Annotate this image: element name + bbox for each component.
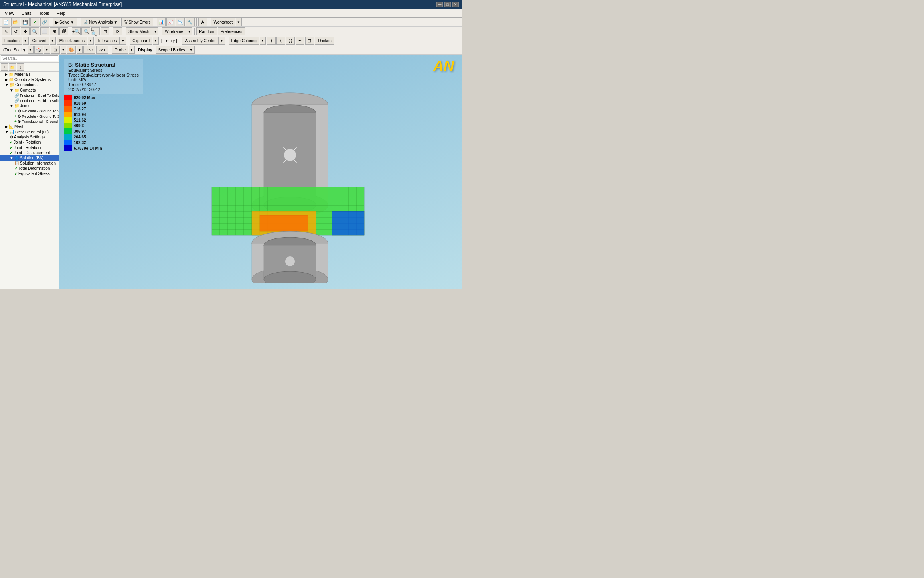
scoped-bodies-arrow[interactable]: ▼ [188,46,195,54]
tree-solution[interactable]: ▼ 🔵 Solution (B6) [0,155,59,161]
color-btn[interactable]: 🎨 [67,46,76,54]
save-btn[interactable]: 💾 [21,18,30,26]
assembly-center-dropdown[interactable]: Assembly Center [182,37,218,45]
solve-dropdown-arrow[interactable]: ▼ [70,20,74,24]
tree-revolute-2[interactable]: + ⚙ Revolute - Ground To Solid [0,114,59,119]
probe-arrow[interactable]: ▼ [129,46,135,54]
tree-joints[interactable]: ▼ 📁 Joints [0,103,59,108]
new-analysis-button[interactable]: 🔬 New Analysis ▼ [81,18,120,26]
add-btn[interactable]: + [1,63,8,71]
zoom-in-btn[interactable]: +🔍 [72,27,81,35]
check-btn[interactable]: ✔ [30,18,39,26]
zoom-btn[interactable]: 🔍 [30,27,39,35]
solve-button[interactable]: ▶ Solve ▼ [53,18,77,26]
icon4[interactable]: 🔧 [186,18,195,26]
280-btn[interactable]: 280 [83,46,95,54]
tree-materials[interactable]: ▶ 📁 Materials [0,72,59,77]
new-btn[interactable]: 📄 [2,18,10,26]
refresh-btn[interactable]: ⟳ [113,27,122,35]
location-dropdown[interactable]: Location [2,37,22,45]
edge-coloring-dropdown[interactable]: Edge Coloring [229,37,259,45]
tree-joint-rotation-2[interactable]: ✔ Joint - Rotation [0,145,59,150]
tree-frictional-1[interactable]: 🔗 Frictional - Solid To Solid [0,93,59,98]
3d-arrow[interactable]: ▼ [44,46,50,54]
misc-dropdown[interactable]: Miscellaneous [57,37,87,45]
convert-dropdown[interactable]: Convert [30,37,49,45]
scale-arrow[interactable]: ▼ [28,46,34,54]
tree-total-deformation[interactable]: ✔ Total Deformation [0,166,59,171]
menu-tools[interactable]: Tools [36,10,53,16]
tree-connections[interactable]: ▼ 📁 Connections [0,82,59,88]
maximize-button[interactable]: □ [444,2,451,7]
misc-arrow[interactable]: ▼ [88,37,94,45]
tree-frictional-2[interactable]: 🔗 Frictional - Solid To Solid [0,98,59,103]
rotate-btn[interactable]: ↺ [11,27,20,35]
icon3[interactable]: 📉 [176,18,185,26]
clipboard-dropdown[interactable]: Clipboard [130,37,152,45]
preferences-button[interactable]: Preferences [218,27,245,35]
tree-joint-displacement[interactable]: ✔ Joint - Displacement [0,150,59,155]
box-zoom-btn[interactable]: ⬜ [40,27,49,35]
show-mesh-dropdown[interactable]: Show Mesh [126,27,152,35]
menu-view[interactable]: View [2,10,18,16]
scoped-bodies-dropdown[interactable]: Scoped Bodies [156,46,188,54]
pan-btn[interactable]: ✥ [21,27,30,35]
convert-arrow[interactable]: ▼ [50,37,56,45]
edge-coloring-arrow[interactable]: ▼ [260,37,266,45]
tolerances-arrow[interactable]: ▼ [120,37,126,45]
tree-analysis-settings[interactable]: ⚙ Analysis Settings [0,134,59,140]
grid-btn[interactable]: ⊞ [51,46,60,54]
close-button[interactable]: ✕ [452,2,459,7]
thicken-related-1[interactable]: ⟩ [267,37,276,45]
minimize-button[interactable]: — [436,2,443,7]
menu-units[interactable]: Units [18,10,35,16]
link-btn[interactable]: 🔗 [40,18,49,26]
search-input[interactable] [1,55,58,61]
zoom-out-btn[interactable]: -🔍 [81,27,90,35]
thicken-related-5[interactable]: ⊟ [305,37,314,45]
tree-mesh[interactable]: ▶ 📐 Mesh [0,124,59,129]
thicken-related-4[interactable]: ✦ [296,37,304,45]
thicken-related-3[interactable]: ⟩⟨ [286,37,295,45]
tolerances-dropdown[interactable]: Tolerances [95,37,120,45]
tree-static-structural[interactable]: ▼ 📊 Static Structural (B5) [0,129,59,134]
thicken-related-2[interactable]: ⟨ [276,37,285,45]
menu-help[interactable]: Help [53,10,69,16]
281-btn[interactable]: 281 [96,46,108,54]
zoom-fit-btn[interactable]: ⊡ [101,27,109,35]
icon1[interactable]: 📊 [157,18,166,26]
random-button[interactable]: Random [196,27,217,35]
probe-dropdown[interactable]: Probe [112,46,128,54]
tree-joint-rotation-1[interactable]: ✔ Joint - Rotation [0,140,59,145]
cursor-btn[interactable]: ↖ [2,27,10,35]
worksheet-arrow[interactable]: ▼ [236,18,242,26]
thicken-button[interactable]: Thicken [315,37,334,45]
clipboard-arrow[interactable]: ▼ [153,37,159,45]
open-btn[interactable]: 📂 [11,18,20,26]
tree-translational[interactable]: + ⚙ Translational - Ground To Solid [0,119,59,124]
viewport[interactable]: B: Static Structural Equivalent Stress T… [59,55,462,289]
wireframe-arrow[interactable]: ▼ [186,27,192,35]
tree-contacts[interactable]: ▼ 📁 Contacts [0,88,59,93]
new-analysis-arrow[interactable]: ▼ [113,20,118,24]
worksheet-dropdown[interactable]: Worksheet [211,18,235,26]
show-mesh-arrow[interactable]: ▼ [152,27,158,35]
grid-arrow[interactable]: ▼ [61,46,67,54]
expand-btn[interactable]: 📁 [9,63,16,71]
location-arrow[interactable]: ▼ [23,37,29,45]
show-errors-button[interactable]: ?/ Show Errors [121,18,153,26]
icon5[interactable]: A [198,18,207,26]
3d-view-btn[interactable]: 🎲 [34,46,43,54]
wireframe-dropdown[interactable]: Wireframe [162,27,186,35]
tree-coordinate-systems[interactable]: ▶ 📁 Coordinate Systems [0,77,59,82]
assembly-center-arrow[interactable]: ▼ [219,37,225,45]
icon2[interactable]: 📈 [166,18,175,26]
tree-equivalent-stress[interactable]: ✔ Equivalent Stress [0,171,59,176]
tree-revolute-1[interactable]: + ⚙ Revolute - Ground To Solid [0,108,59,114]
front-btn[interactable]: 🗐 [59,27,68,35]
color-arrow[interactable]: ▼ [77,46,83,54]
zoom-box-btn[interactable]: □🔍 [91,27,100,35]
fit-btn[interactable]: ⊞ [50,27,59,35]
sort-btn[interactable]: ↕ [17,63,24,71]
tree-solution-info[interactable]: 📋 Solution Information [0,161,59,166]
